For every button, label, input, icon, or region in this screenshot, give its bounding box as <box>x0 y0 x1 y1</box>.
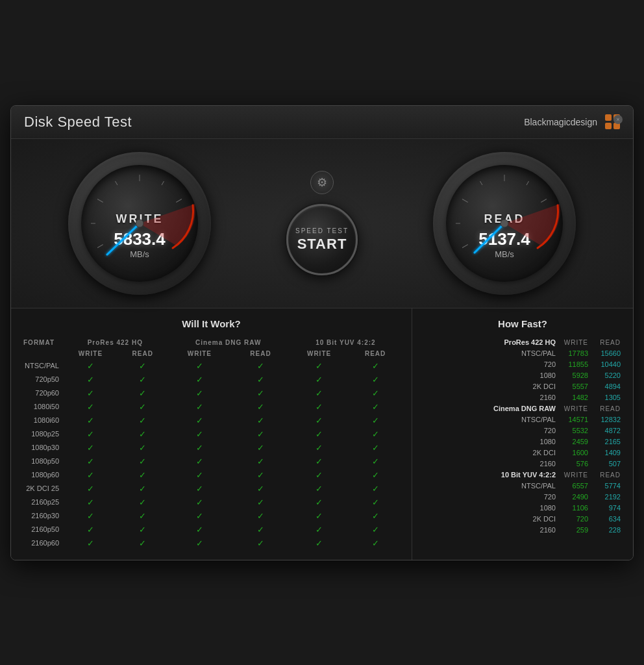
col-10bit-yuv: 10 Bit YUV 4:2:2 <box>290 337 402 348</box>
read-gauge-svg <box>433 152 576 295</box>
hf-write-value: 1482 <box>558 392 591 403</box>
hf-write-value: 2459 <box>558 436 591 447</box>
check-cell: ✓ <box>232 509 290 523</box>
write-gauge-svg <box>68 152 211 295</box>
format-cell: 2160p60 <box>21 536 63 550</box>
check-cell: ✓ <box>232 414 290 427</box>
hf-write-header: WRITE <box>558 470 591 481</box>
table-row: 1080p60✓✓✓✓✓✓ <box>21 468 402 482</box>
check-cell: ✓ <box>167 359 232 373</box>
check-cell: ✓ <box>232 400 290 414</box>
hf-group-name: Cinema DNG RAW <box>422 403 558 414</box>
close-button[interactable]: × <box>613 115 623 124</box>
col-prores-write: WRITE <box>63 348 118 359</box>
hf-write-value: 259 <box>558 525 591 536</box>
logo-cell-4 <box>613 123 620 129</box>
settings-button[interactable]: ⚙ <box>310 171 334 194</box>
check-cell: ✓ <box>349 509 402 523</box>
svg-point-1 <box>136 220 143 227</box>
check-cell: ✓ <box>232 496 290 509</box>
col-format: FORMAT <box>21 337 63 348</box>
table-row: 2160p60✓✓✓✓✓✓ <box>21 536 402 550</box>
check-cell: ✓ <box>118 455 167 468</box>
check-cell: ✓ <box>232 468 290 482</box>
check-cell: ✓ <box>349 427 402 441</box>
hf-read-value: 12832 <box>591 414 623 425</box>
table-row: 2160p50✓✓✓✓✓✓ <box>21 523 402 536</box>
check-cell: ✓ <box>290 386 349 400</box>
list-item: Cinema DNG RAWWRITEREAD <box>422 403 623 414</box>
start-btn-label: SPEED TEST <box>295 227 349 234</box>
list-item: 2160259228 <box>422 525 623 536</box>
will-it-work-table: FORMAT ProRes 422 HQ Cinema DNG RAW 10 B… <box>21 337 402 550</box>
app-title: Disk Speed Test <box>24 114 132 131</box>
list-item: 7201185510440 <box>422 359 623 370</box>
hf-write-value: 14571 <box>558 414 591 425</box>
check-cell: ✓ <box>290 509 349 523</box>
check-cell: ✓ <box>290 441 349 455</box>
list-item: 72055324872 <box>422 425 623 436</box>
table-row: 720p60✓✓✓✓✓✓ <box>21 386 402 400</box>
col-dng-write: WRITE <box>167 348 232 359</box>
list-item: 10801106974 <box>422 503 623 514</box>
format-cell: 1080i50 <box>21 400 63 414</box>
hf-write-value: 1600 <box>558 447 591 458</box>
check-cell: ✓ <box>118 482 167 496</box>
check-cell: ✓ <box>167 373 232 386</box>
hf-read-header: READ <box>591 337 623 348</box>
check-cell: ✓ <box>290 427 349 441</box>
check-cell: ✓ <box>290 468 349 482</box>
how-fast-section: How Fast? ProRes 422 HQWRITEREADNTSC/PAL… <box>412 308 633 560</box>
check-cell: ✓ <box>232 427 290 441</box>
check-cell: ✓ <box>290 523 349 536</box>
check-cell: ✓ <box>63 414 118 427</box>
will-it-work-section: Will It Work? FORMAT ProRes 422 HQ Cinem… <box>11 308 412 560</box>
list-item: NTSC/PAL65575774 <box>422 481 623 492</box>
check-cell: ✓ <box>167 468 232 482</box>
hf-write-value: 1106 <box>558 503 591 514</box>
hf-row-label: 2160 <box>422 458 558 470</box>
check-cell: ✓ <box>63 400 118 414</box>
col-format-blank <box>21 348 63 359</box>
start-btn-action: START <box>297 236 347 253</box>
check-cell: ✓ <box>290 414 349 427</box>
svg-line-17 <box>541 199 547 202</box>
check-cell: ✓ <box>232 482 290 496</box>
check-cell: ✓ <box>232 441 290 455</box>
format-cell: 2160p25 <box>21 496 63 509</box>
check-cell: ✓ <box>290 496 349 509</box>
list-item: NTSC/PAL1457112832 <box>422 414 623 425</box>
start-button[interactable]: SPEED TEST START <box>286 204 358 275</box>
hf-read-value: 974 <box>591 503 623 514</box>
check-cell: ✓ <box>232 373 290 386</box>
list-item: 10 Bit YUV 4:2:2WRITEREAD <box>422 470 623 481</box>
check-cell: ✓ <box>63 386 118 400</box>
check-cell: ✓ <box>118 468 167 482</box>
hf-row-label: 2K DCI <box>422 514 558 525</box>
center-controls: ⚙ SPEED TEST START <box>286 171 358 275</box>
check-cell: ✓ <box>118 373 167 386</box>
app-window: Disk Speed Test Blackmagicdesign × <box>10 105 634 560</box>
check-cell: ✓ <box>118 414 167 427</box>
hf-row-label: 720 <box>422 425 558 436</box>
hf-write-header: WRITE <box>558 403 591 414</box>
format-cell: 2160p30 <box>21 509 63 523</box>
svg-line-9 <box>475 223 504 253</box>
check-cell: ✓ <box>118 400 167 414</box>
how-fast-title: How Fast? <box>422 318 623 329</box>
table-row: 1080p25✓✓✓✓✓✓ <box>21 427 402 441</box>
hf-write-value: 576 <box>558 458 591 470</box>
hf-row-label: 1080 <box>422 503 558 514</box>
check-cell: ✓ <box>349 359 402 373</box>
check-cell: ✓ <box>167 523 232 536</box>
write-gauge-outer: WRITE 5833.4 MB/s <box>68 152 211 295</box>
hf-write-value: 11855 <box>558 359 591 370</box>
check-cell: ✓ <box>290 455 349 468</box>
format-cell: 720p60 <box>21 386 63 400</box>
list-item: 2K DCI16001409 <box>422 447 623 458</box>
hf-row-label: 2K DCI <box>422 447 558 458</box>
svg-line-8 <box>176 199 182 202</box>
check-cell: ✓ <box>290 359 349 373</box>
hf-row-label: 720 <box>422 492 558 503</box>
svg-line-14 <box>480 181 483 185</box>
